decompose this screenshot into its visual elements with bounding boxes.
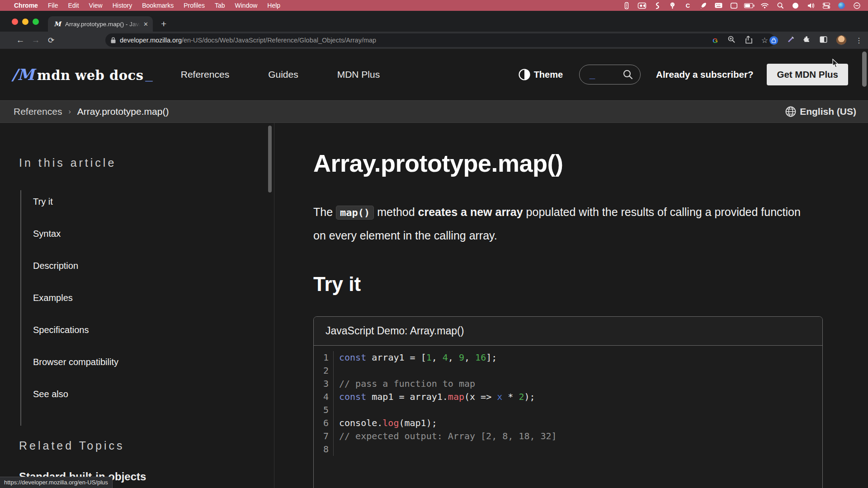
line-number: 2: [314, 364, 334, 377]
forward-button[interactable]: →: [28, 35, 43, 45]
code-line: 5: [314, 404, 822, 417]
menu-window[interactable]: Window: [230, 2, 263, 9]
siri-icon[interactable]: [838, 2, 845, 9]
menu-tab[interactable]: Tab: [210, 2, 230, 9]
toc-link-see-also[interactable]: See also: [33, 389, 68, 399]
toc-link-try-it[interactable]: Try it: [33, 197, 53, 206]
google-logo-icon[interactable]: G: [712, 37, 718, 44]
zoom-window-button[interactable]: [33, 19, 39, 25]
minimize-window-button[interactable]: [22, 19, 28, 25]
line-number: 3: [314, 377, 334, 390]
search-icon[interactable]: [623, 70, 633, 80]
close-window-button[interactable]: [12, 19, 18, 25]
browser-tab[interactable]: M Array.prototype.map() - JavaS ✕: [48, 16, 153, 32]
toc-link-specifications[interactable]: Specifications: [33, 325, 89, 335]
related-topics-heading: Related Topics: [19, 439, 274, 452]
pen-extension-icon[interactable]: [787, 36, 794, 45]
back-button[interactable]: ←: [13, 35, 28, 45]
spotlight-search-icon[interactable]: [776, 2, 784, 9]
breadcrumb-current: Array.prototype.map(): [77, 106, 169, 117]
c-app-icon[interactable]: C: [684, 2, 692, 9]
window-controls: [12, 19, 39, 25]
menu-bookmarks[interactable]: Bookmarks: [137, 2, 179, 9]
share-icon[interactable]: [745, 36, 751, 45]
demo-title: JavaScript Demo: Array.map(): [314, 317, 822, 346]
password-manager-extension-icon[interactable]: [769, 36, 778, 45]
toc-item: See also: [33, 389, 274, 399]
minus-circle-icon[interactable]: [853, 2, 861, 9]
inline-code-map: map(): [336, 206, 374, 220]
theme-icon: [519, 69, 530, 80]
toc-link-browser-compatibility[interactable]: Browser compatibility: [33, 357, 118, 367]
toc-link-examples[interactable]: Examples: [33, 293, 73, 303]
spiral-app-icon[interactable]: [653, 2, 661, 9]
theme-toggle[interactable]: Theme: [519, 69, 563, 80]
tab-close-icon[interactable]: ✕: [143, 21, 148, 28]
rocket-app-icon[interactable]: [699, 2, 707, 9]
subscriber-link[interactable]: Already a subscriber?: [656, 69, 753, 80]
line-number: 6: [314, 417, 334, 430]
extensions-puzzle-icon[interactable]: [803, 36, 811, 45]
url-text: developer.mozilla.org/en-US/docs/Web/Jav…: [120, 37, 376, 44]
toc-link-description[interactable]: Description: [33, 261, 78, 271]
menu-view[interactable]: View: [84, 2, 108, 9]
code-line: 8: [314, 443, 822, 456]
page-scrollbar[interactable]: [862, 52, 867, 87]
keystroke-app-icon[interactable]: [623, 2, 630, 9]
intro-paragraph: The map() method creates a new array pop…: [313, 201, 813, 247]
link-status-bar: https://developer.mozilla.org/en-US/plus: [0, 477, 113, 488]
menu-profiles[interactable]: Profiles: [179, 2, 210, 9]
line-number: 5: [314, 404, 334, 417]
menu-chrome[interactable]: Chrome: [9, 2, 43, 9]
nav-link-guides[interactable]: Guides: [268, 69, 298, 80]
toc-link-syntax[interactable]: Syntax: [33, 229, 61, 239]
mdn-logo[interactable]: /M mdn web docs _: [12, 66, 153, 84]
bookmark-star-icon[interactable]: ☆: [761, 36, 768, 45]
search-caret: _: [590, 72, 595, 77]
main-nav: ReferencesGuidesMDN Plus: [181, 69, 380, 80]
zoom-page-icon[interactable]: [728, 36, 735, 45]
lock-icon[interactable]: [111, 37, 116, 43]
browser-menu-icon[interactable]: ⋮: [855, 36, 863, 45]
code-text: [334, 443, 344, 456]
chrome-tab-strip: M Array.prototype.map() - JavaS ✕ +: [0, 11, 868, 32]
side-panel-icon[interactable]: [820, 36, 827, 45]
menu-history[interactable]: History: [108, 2, 137, 9]
reload-button[interactable]: ⟳: [43, 36, 59, 45]
nav-link-mdn-plus[interactable]: MDN Plus: [337, 69, 380, 80]
toc-item: Syntax: [33, 229, 274, 239]
article-sidebar: In this article Try itSyntaxDescriptionE…: [0, 123, 274, 488]
volume-icon[interactable]: [807, 2, 815, 9]
address-bar[interactable]: developer.mozilla.org/en-US/docs/Web/Jav…: [105, 33, 775, 47]
menu-help[interactable]: Help: [262, 2, 285, 9]
breadcrumb: References › Array.prototype.map(): [14, 106, 169, 117]
recording-dot-icon[interactable]: [792, 2, 799, 9]
line-number: 1: [314, 351, 334, 364]
tryit-heading: Try it: [313, 273, 868, 296]
wifi-icon[interactable]: [761, 2, 769, 9]
toc-item: Browser compatibility: [33, 357, 274, 367]
paddle-app-icon[interactable]: [669, 2, 676, 9]
breadcrumb-references[interactable]: References: [14, 106, 62, 117]
control-center-icon[interactable]: [822, 2, 830, 9]
search-input[interactable]: _: [579, 65, 641, 84]
menu-file[interactable]: File: [43, 2, 63, 9]
mdn-logo-cursor: _: [146, 68, 153, 83]
toc-item: Examples: [33, 293, 274, 303]
sidebar-scrollbar[interactable]: [268, 126, 272, 192]
window-app-icon[interactable]: [730, 2, 738, 9]
toc-item: Specifications: [33, 325, 274, 335]
language-switcher[interactable]: English (US): [785, 106, 856, 117]
nav-link-references[interactable]: References: [181, 69, 229, 80]
menu-edit[interactable]: Edit: [63, 2, 84, 9]
keyboard-app-icon[interactable]: [715, 2, 722, 9]
page-title: Array.prototype.map(): [313, 149, 868, 177]
mdn-logo-mark: /M: [12, 66, 34, 84]
mdn-favicon: M: [53, 20, 61, 28]
code-text: console.log(map1);: [334, 417, 437, 430]
line-number: 8: [314, 443, 334, 456]
screen-record-app-icon[interactable]: [638, 2, 646, 9]
code-editor[interactable]: 1const array1 = [1, 4, 9, 16];2 3// pass…: [314, 346, 822, 456]
profile-avatar[interactable]: [836, 35, 846, 45]
new-tab-button[interactable]: +: [161, 19, 166, 28]
